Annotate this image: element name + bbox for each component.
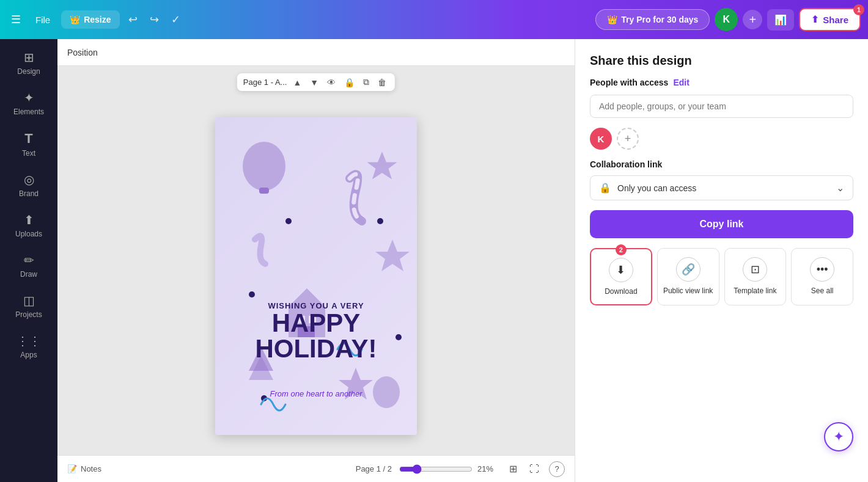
resize-button[interactable]: 👑 Resize	[61, 10, 119, 29]
analytics-button[interactable]: 📊	[767, 9, 794, 31]
design-card: WISHING YOU A VERY HAPPY HOLIDAY! From o…	[215, 117, 417, 435]
public-view-icon: 🔗	[676, 257, 701, 282]
sidebar-item-elements[interactable]: ✦ Elements	[4, 84, 53, 122]
grid-view-button[interactable]: ⊞	[507, 461, 520, 477]
svg-point-6	[249, 291, 255, 298]
undo-button[interactable]: ↩	[125, 9, 141, 30]
copy-button[interactable]: ⧉	[361, 76, 372, 89]
action-item-see-all[interactable]: ••• See all	[791, 248, 853, 305]
draw-icon: ✏	[24, 253, 34, 268]
notes-button[interactable]: 📝 Notes	[67, 464, 101, 473]
svg-point-5	[377, 218, 383, 224]
text-icon: T	[24, 131, 32, 147]
sidebar-label-apps: Apps	[20, 351, 37, 359]
add-collaborator-button[interactable]: +	[743, 10, 762, 29]
lock-icon: 🔒	[599, 182, 611, 194]
share-panel-title: Share this design	[590, 54, 853, 68]
share-button[interactable]: ⬆ Share 1	[799, 8, 861, 31]
try-pro-button[interactable]: 👑 Try Pro for 30 days	[595, 9, 710, 30]
people-input[interactable]	[590, 95, 853, 118]
delete-page-button[interactable]: 🗑	[375, 76, 389, 89]
collab-link-section: Collaboration link 🔒 Only you can access…	[590, 159, 853, 200]
sidebar-label-text: Text	[22, 149, 35, 158]
add-avatar-button[interactable]: +	[617, 128, 639, 150]
user-avatar[interactable]: K	[715, 8, 738, 31]
crown-icon: 👑	[70, 15, 80, 24]
download-icon: ⬇	[609, 258, 633, 282]
svg-point-7	[395, 334, 402, 340]
sidebar-label-draw: Draw	[20, 270, 37, 279]
share-panel: Share this design People with access Edi…	[575, 39, 868, 482]
copy-link-button[interactable]: Copy link	[590, 210, 853, 238]
share-icon: ⬆	[811, 14, 819, 25]
action-grid: 2 ⬇ Download 🔗 Public view link ⊡ Templa…	[590, 248, 853, 305]
action-item-template-link[interactable]: ⊡ Template link	[724, 248, 787, 305]
uploads-icon: ⬆	[24, 213, 34, 227]
brand-icon: ◎	[24, 172, 34, 187]
sidebar-item-apps[interactable]: ⋮⋮ Apps	[4, 327, 53, 365]
save-button[interactable]: ✓	[167, 9, 184, 30]
projects-icon: ◫	[23, 293, 35, 308]
menu-button[interactable]: ☰	[7, 9, 24, 30]
page-indicator: Page 1 / 2	[356, 464, 392, 473]
menu-icon: ☰	[11, 13, 21, 26]
sidebar-item-draw[interactable]: ✏ Draw	[4, 247, 53, 285]
magic-icon: ✦	[833, 429, 844, 445]
sidebar-label-uploads: Uploads	[15, 230, 42, 238]
see-all-icon: •••	[810, 257, 834, 282]
sidebar-label-projects: Projects	[15, 310, 42, 319]
download-label: Download	[605, 287, 637, 296]
share-badge: 1	[853, 4, 864, 15]
action-item-download[interactable]: 2 ⬇ Download	[590, 248, 652, 305]
svg-point-17	[373, 376, 400, 408]
sidebar-item-design[interactable]: ⊞ Design	[4, 44, 53, 82]
svg-point-0	[243, 142, 285, 191]
main-layout: ⊞ Design ✦ Elements T Text ◎ Brand ⬆ Upl…	[0, 39, 868, 482]
user-avatar-share[interactable]: K	[590, 128, 612, 150]
eye-button[interactable]: 👁	[325, 76, 338, 89]
canvas-toolbar: Position	[57, 39, 575, 66]
edit-link[interactable]: Edit	[673, 78, 689, 87]
zoom-slider[interactable]	[399, 464, 473, 474]
card-text-area: WISHING YOU A VERY HAPPY HOLIDAY!	[255, 301, 377, 362]
help-button[interactable]: ?	[549, 461, 565, 477]
crown-pro-icon: 👑	[607, 15, 617, 24]
template-link-label: Template link	[734, 287, 776, 295]
public-view-label: Public view link	[663, 287, 713, 295]
magic-button[interactable]: ✦	[824, 422, 853, 451]
sidebar-label-elements: Elements	[13, 108, 44, 116]
sidebar-item-text[interactable]: T Text	[4, 125, 53, 164]
sidebar-item-brand[interactable]: ◎ Brand	[4, 166, 53, 204]
elements-icon: ✦	[24, 90, 34, 105]
sidebar-item-uploads[interactable]: ⬆ Uploads	[4, 206, 53, 244]
canvas-area: Position Page 1 - A... ▲ ▼ 👁 🔒 ⧉ 🗑	[57, 39, 575, 482]
fullscreen-button[interactable]: ⛶	[527, 461, 542, 477]
apps-icon: ⋮⋮	[17, 334, 41, 348]
position-label: Position	[67, 48, 98, 57]
sidebar-label-brand: Brand	[19, 189, 39, 198]
lock-button[interactable]: 🔒	[342, 76, 357, 89]
people-access-section: People with access Edit	[590, 78, 853, 118]
bottom-bar: 📝 Notes Page 1 / 2 21% ⊞ ⛶ ?	[57, 455, 575, 482]
card-happy-text: HAPPY	[255, 310, 377, 336]
svg-marker-2	[367, 152, 397, 180]
redo-button[interactable]: ↪	[146, 9, 163, 30]
zoom-control: 21%	[399, 464, 499, 474]
page-up-button[interactable]: ▲	[290, 76, 304, 89]
sidebar-item-projects[interactable]: ◫ Projects	[4, 287, 53, 325]
page-down-button[interactable]: ▼	[307, 76, 321, 89]
svg-marker-3	[375, 239, 410, 271]
file-button[interactable]: File	[29, 11, 56, 29]
card-decorations	[215, 117, 417, 435]
page-name-label: Page 1 - A...	[243, 78, 287, 87]
action-item-public-view[interactable]: 🔗 Public view link	[657, 248, 719, 305]
access-dropdown[interactable]: 🔒 Only you can access ⌄	[590, 175, 853, 200]
sidebar-label-design: Design	[17, 67, 40, 76]
notes-icon: 📝	[67, 464, 77, 473]
sidebar: ⊞ Design ✦ Elements T Text ◎ Brand ⬆ Upl…	[0, 39, 57, 482]
people-label: People with access	[590, 78, 668, 87]
avatars-row: K +	[590, 128, 853, 150]
topbar: ☰ File 👑 Resize ↩ ↪ ✓ 👑 Try Pro for 30 d…	[0, 0, 868, 39]
card-holiday-text: HOLIDAY!	[255, 336, 377, 362]
canvas-main[interactable]: Page 1 - A... ▲ ▼ 👁 🔒 ⧉ 🗑	[57, 66, 575, 455]
